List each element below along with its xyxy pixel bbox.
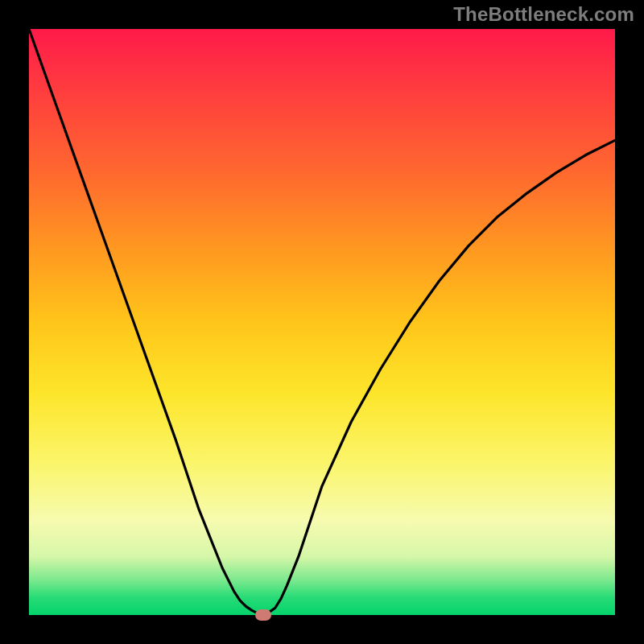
minimum-marker [255,609,271,621]
attribution-label: TheBottleneck.com [453,3,634,26]
bottleneck-curve [29,29,615,615]
chart-plot-area [29,29,615,615]
